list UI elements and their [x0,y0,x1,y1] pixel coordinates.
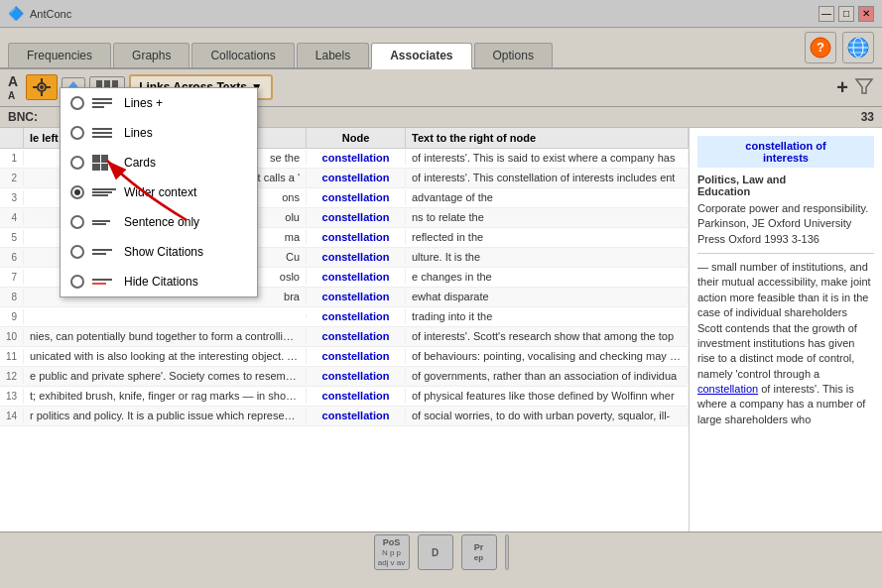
cell-left: r politics and policy. It is a public is… [24,408,307,423]
cell-left: unicated with is also looking at the int… [24,348,307,364]
col-header-num [0,128,24,148]
prep-icon-button[interactable]: Prep [461,534,497,570]
svg-rect-11 [33,86,37,88]
cell-num: 12 [0,369,24,384]
cell-left [24,314,307,318]
close-button[interactable]: ✕ [858,6,874,22]
cell-node: constellation [307,150,406,166]
bnc-count: 33 [861,110,874,124]
bnc-label: BNC: [8,110,38,124]
cell-num: 9 [0,309,24,324]
radio-hide-cite [70,275,84,289]
menu-item-cards[interactable]: Cards [61,148,257,177]
web-button[interactable] [842,32,874,63]
cell-left: nies, can potentially bund together to f… [24,328,307,344]
menu-label-sentence: Sentence only [124,215,199,229]
radio-show-cite [70,245,84,259]
menu-label-wider: Wider context [124,185,196,199]
menu-item-show-cite[interactable]: Show Citations [61,237,257,267]
radio-wider [70,185,84,199]
filter-button[interactable] [854,76,874,99]
font-increase-button[interactable]: A [8,73,18,90]
right-panel: constellation ofinterests Politics, Law … [689,128,882,531]
font-decrease-button[interactable]: A [8,90,18,102]
help-icon: ? [810,37,831,59]
right-panel-body: — small number of institutions, and thei… [697,260,874,427]
icon-lines [92,124,116,142]
table-row[interactable]: 13 t; exhibited brush, knife, finger or … [0,387,689,407]
table-row[interactable]: 14 r politics and policy. It is a public… [0,407,689,426]
col-header-right: Text to the right of node [406,128,689,148]
svg-rect-12 [47,86,51,88]
cell-node: constellation [307,289,406,304]
cell-right: ewhat disparate [406,289,689,304]
cell-right: of interests'. Scott's research show tha… [406,328,689,344]
menu-label-lines-plus: Lines + [124,96,163,110]
svg-point-8 [40,85,44,89]
help-button[interactable]: ? [805,32,836,63]
tab-graphs[interactable]: Graphs [113,43,189,67]
tab-icons: ? [805,32,874,67]
toolbar-right: + [836,76,874,99]
right-panel-title-text: constellation ofinterests [745,140,825,164]
menu-label-hide-cite: Hide Citations [124,275,198,289]
menu-item-wider[interactable]: Wider context [61,177,257,207]
icon-hide-cite [92,273,116,291]
dictionary-icon-button[interactable]: D [418,534,453,570]
font-size-controls: A A [8,73,18,102]
cell-num: 3 [0,190,24,205]
tab-options[interactable]: Options [474,43,553,67]
tab-associates[interactable]: Associates [371,43,471,69]
pos-icon-button[interactable]: PoSN p padj v av [374,534,410,570]
table-row[interactable]: 10 nies, can potentially bund together t… [0,327,689,347]
menu-item-lines-plus[interactable]: Lines + [61,88,257,118]
cell-num: 6 [0,250,24,265]
minimize-button[interactable]: — [819,6,834,22]
table-row[interactable]: 12 e public and private sphere'. Society… [0,367,689,387]
maximize-button[interactable]: □ [838,6,854,22]
radio-lines [70,126,84,140]
radio-sentence [70,215,84,229]
tab-labels[interactable]: Labels [297,43,369,67]
cell-num: 1 [0,151,24,166]
icon-lines-plus [92,94,116,112]
svg-rect-9 [41,78,43,82]
cell-right: advantage of the [406,189,689,205]
table-row[interactable]: 9 constellation trading into it the [0,307,689,327]
right-panel-subtitle: Politics, Law andEducation [697,174,874,197]
table-row[interactable]: 11 unicated with is also looking at the … [0,347,689,367]
right-panel-ref: Corporate power and responsibility. Park… [697,201,874,247]
tab-frequencies[interactable]: Frequencies [8,43,111,67]
cell-right: of governments, rather than an associati… [406,368,689,384]
app-title: AntConc [30,8,71,20]
cell-right: ulture. It is the [406,249,689,265]
cell-right: of interests'. This constellation of int… [406,170,689,185]
cell-node: constellation [307,328,406,344]
icon-show-cite [92,243,116,261]
menu-item-lines[interactable]: Lines [61,118,257,148]
dict-label: D [432,547,439,558]
col-header-node: Node [307,128,406,148]
filter-icon [854,76,874,96]
settings-button[interactable] [26,74,58,100]
icon-cards [92,154,116,172]
cell-node: constellation [307,170,406,185]
radio-cards [70,156,84,170]
right-panel-title: constellation ofinterests [697,136,874,168]
icon-sentence [92,213,116,231]
cell-node: constellation [307,209,406,225]
cell-num: 4 [0,210,24,225]
status-bar: PoSN p padj v av D Prep [0,531,882,573]
right-panel-link[interactable]: constellation [697,383,758,395]
tab-collocations[interactable]: Collocations [191,43,294,67]
cell-node: constellation [307,269,406,285]
cell-right: of physical features like those defined … [406,388,689,404]
cell-right: of social worries, to do with urban pove… [406,408,689,423]
add-button[interactable]: + [836,76,848,99]
cell-num: 14 [0,409,24,423]
menu-item-sentence[interactable]: Sentence only [61,207,257,237]
menu-item-hide-cite[interactable]: Hide Citations [61,267,257,296]
svg-text:?: ? [817,40,824,55]
menu-label-show-cite: Show Citations [124,245,203,259]
cell-node: constellation [307,249,406,265]
